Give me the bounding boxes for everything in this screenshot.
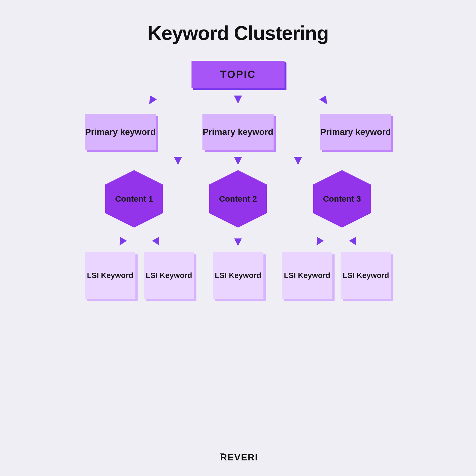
primary-keyword-3: Primary keyword: [320, 114, 391, 150]
arrow-pk3-content3: ▼: [291, 152, 305, 168]
diagram: TOPIC ▼ ▼ ▼ Primary keyword Primary keyw…: [0, 61, 476, 437]
content-hex-1: Content 1: [105, 170, 163, 228]
content3-label: Content 3: [323, 194, 361, 204]
lsi4-label: LSI Keyword: [284, 271, 330, 280]
topic-box: TOPIC: [191, 61, 285, 88]
page-title: Keyword Clustering: [147, 22, 329, 44]
arrow-to-pk1: ▼: [142, 90, 162, 111]
lsi-keyword-5: LSI Keyword: [341, 252, 391, 299]
lsi3-label: LSI Keyword: [215, 271, 261, 280]
pk3-label: Primary keyword: [320, 127, 391, 137]
lsi-keyword-2: LSI Keyword: [144, 252, 194, 299]
arrow-content1-lsi1: ▼: [113, 231, 132, 251]
reverb-logo-icon: REVERB: [219, 451, 257, 463]
svg-text:REVERB: REVERB: [220, 452, 257, 462]
lsi5-label: LSI Keyword: [343, 271, 389, 280]
arrow-content3-lsi4: ▼: [310, 231, 329, 251]
arrow-content1-lsi2: ▼: [147, 231, 166, 251]
lsi-keyword-4: LSI Keyword: [282, 252, 332, 299]
lsi-keyword-1: LSI Keyword: [85, 252, 135, 299]
lsi1-label: LSI Keyword: [87, 271, 133, 280]
lsi-keyword-3: LSI Keyword: [213, 252, 263, 299]
content-hex-2: Content 2: [209, 170, 267, 228]
arrow-content3-lsi5: ▼: [344, 231, 363, 251]
primary-keyword-1: Primary keyword: [85, 114, 156, 150]
content-hex-3: Content 3: [313, 170, 371, 228]
arrow-to-pk3: ▼: [314, 90, 334, 111]
pk2-label: Primary keyword: [203, 127, 273, 137]
lsi2-label: LSI Keyword: [146, 271, 192, 280]
arrow-to-pk2: ▼: [231, 91, 245, 107]
primary-keyword-2: Primary keyword: [202, 114, 274, 150]
arrow-pk1-content1: ▼: [171, 152, 185, 168]
arrow-content2-lsi3: ▼: [231, 234, 245, 249]
logo-area: REVERB: [219, 451, 257, 465]
content1-label: Content 1: [115, 194, 153, 204]
pk1-label: Primary keyword: [85, 127, 156, 137]
content2-label: Content 2: [219, 194, 257, 204]
arrow-pk2-content2: ▼: [231, 152, 245, 168]
topic-label: TOPIC: [220, 69, 256, 80]
